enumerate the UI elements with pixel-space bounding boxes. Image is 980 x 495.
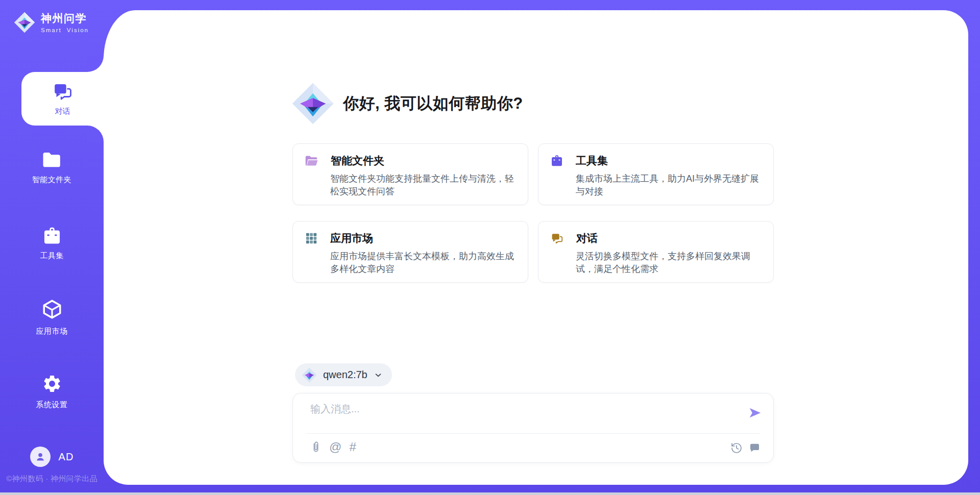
tab-curve-top bbox=[87, 56, 104, 72]
greeting-text: 你好, 我可以如何帮助你? bbox=[343, 93, 523, 114]
brand-logo: 神州问学 Smart Vision bbox=[14, 11, 89, 33]
greeting-diamond-icon bbox=[291, 82, 334, 125]
sidebar-item-settings[interactable]: 系统设置 bbox=[0, 374, 104, 410]
sidebar-item-label: 系统设置 bbox=[36, 400, 68, 410]
attachment-icon[interactable] bbox=[310, 439, 322, 455]
composer-divider bbox=[306, 433, 760, 434]
user-initials: AD bbox=[59, 451, 74, 463]
card-app-market[interactable]: 应用市场 应用市场提供丰富长文本模板，助力高效生成多样化文章内容 bbox=[292, 221, 528, 283]
card-description: 智能文件夹功能支持批量文件上传与清洗，轻松实现文件问答 bbox=[330, 172, 520, 198]
avatar bbox=[30, 447, 51, 467]
sidebar-item-app-market[interactable]: 应用市场 bbox=[0, 298, 104, 336]
card-title: 应用市场 bbox=[330, 231, 373, 245]
card-description: 灵活切换多模型文件，支持多样回复效果调试，满足个性化需求 bbox=[576, 250, 766, 276]
mention-icon[interactable]: @ bbox=[329, 439, 341, 455]
cube-icon bbox=[41, 298, 63, 320]
chat-icon bbox=[52, 82, 74, 102]
folder-icon bbox=[305, 155, 318, 167]
grid-icon bbox=[305, 232, 318, 245]
sidebar-item-label: 应用市场 bbox=[36, 327, 68, 336]
sidebar-item-smart-folder[interactable]: 智能文件夹 bbox=[0, 152, 104, 185]
screen-bottom-strip bbox=[0, 492, 980, 495]
model-diamond-icon bbox=[302, 367, 317, 383]
card-title: 对话 bbox=[576, 231, 598, 245]
sidebar-item-label: 对话 bbox=[55, 107, 70, 116]
user-account[interactable]: AD bbox=[0, 447, 104, 467]
conversations-icon[interactable] bbox=[748, 440, 761, 456]
gear-icon bbox=[42, 374, 62, 394]
card-smart-folder[interactable]: 智能文件夹 智能文件夹功能支持批量文件上传与清洗，轻松实现文件问答 bbox=[292, 143, 528, 205]
sidebar-item-label: 工具集 bbox=[40, 251, 64, 261]
model-selector[interactable]: qwen2:7b bbox=[295, 363, 392, 386]
card-description: 集成市场上主流工具，助力AI与外界无缝扩展与对接 bbox=[576, 172, 766, 198]
folder-icon bbox=[42, 152, 62, 169]
tab-curve-bottom bbox=[87, 126, 104, 142]
briefcase-icon bbox=[550, 155, 564, 167]
sidebar-item-toolset[interactable]: 工具集 bbox=[0, 227, 104, 261]
card-title: 工具集 bbox=[576, 154, 608, 168]
sidebar-footer: ©神州数码 · 神州问学出品 bbox=[0, 474, 104, 484]
send-icon[interactable] bbox=[748, 406, 762, 420]
feature-cards: 智能文件夹 智能文件夹功能支持批量文件上传与清洗，轻松实现文件问答 工具集 集成… bbox=[292, 143, 774, 283]
briefcase-icon bbox=[42, 227, 62, 245]
message-composer: @ # bbox=[292, 393, 774, 463]
message-input[interactable] bbox=[310, 402, 714, 429]
brand-diamond-icon bbox=[14, 12, 35, 33]
brand-name: 神州问学 bbox=[41, 11, 89, 26]
brand-subtitle: Smart Vision bbox=[41, 27, 89, 33]
history-icon[interactable] bbox=[730, 440, 743, 456]
sidebar-item-label: 智能文件夹 bbox=[32, 175, 72, 185]
card-chat[interactable]: 对话 灵活切换多模型文件，支持多样回复效果调试，满足个性化需求 bbox=[538, 221, 774, 283]
chevron-down-icon bbox=[374, 370, 383, 380]
chat-icon bbox=[550, 232, 564, 245]
model-name: qwen2:7b bbox=[323, 369, 368, 381]
card-title: 智能文件夹 bbox=[331, 154, 384, 168]
hashtag-icon[interactable]: # bbox=[349, 439, 356, 455]
card-description: 应用市场提供丰富长文本模板，助力高效生成多样化文章内容 bbox=[330, 250, 520, 276]
sidebar-item-chat[interactable]: 对话 bbox=[21, 72, 104, 126]
greeting: 你好, 我可以如何帮助你? bbox=[291, 82, 523, 125]
card-toolset[interactable]: 工具集 集成市场上主流工具，助力AI与外界无缝扩展与对接 bbox=[538, 143, 774, 205]
